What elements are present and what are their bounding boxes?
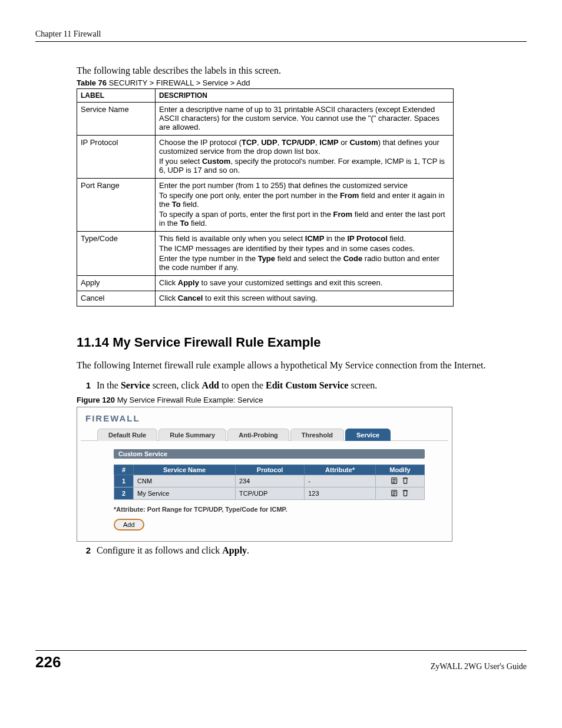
row-num: 2 [114,487,134,499]
row-description: Choose the IP protocol (TCP, UDP, TCP/UD… [156,136,454,179]
figure-title: FIREWALL [81,411,448,428]
step-2-text: Configure it as follows and click Apply. [97,545,509,556]
row-description: Enter a descriptive name of up to 31 pri… [156,103,454,136]
figure-th: # [114,465,134,475]
table-caption-text: SECURITY > FIREWALL > Service > Add [107,78,250,87]
step-2-number: 2 [77,545,91,556]
section-body: The following Internet firewall rule exa… [77,360,509,372]
edit-icon[interactable] [391,489,399,498]
figure-screenshot: FIREWALL Default RuleRule SummaryAnti-Pr… [77,407,452,542]
tab-rule-summary[interactable]: Rule Summary [158,429,226,441]
guide-name: ZyWALL 2WG User's Guide [431,662,527,671]
figure-row: 1CNM234- [114,475,425,487]
description-paragraph: To specify a span of ports, enter the fi… [159,210,449,228]
row-service-name: CNM [134,475,236,487]
description-paragraph: Enter the type number in the Type field … [159,254,449,272]
row-description: This field is available only when you se… [156,232,454,276]
page-number: 226 [35,653,61,671]
figure-note: *Attribute: Port Range for TCP/UDP, Type… [114,506,425,513]
th-description: DESCRIPTION [156,89,454,103]
row-description: Click Cancel to exit this screen without… [156,291,454,307]
description-paragraph: Click Apply to save your customized sett… [159,278,449,287]
table-row: Port RangeEnter the port number (from 1 … [77,179,454,232]
description-paragraph: This field is available only when you se… [159,234,449,243]
row-label: Apply [77,276,156,291]
add-button[interactable]: Add [114,519,144,531]
figure-th: Modify [376,465,425,475]
table-row: CancelClick Cancel to exit this screen w… [77,291,454,307]
row-modify [376,487,425,499]
description-paragraph: Enter the port number (from 1 to 255) th… [159,181,449,190]
figure-caption-prefix: Figure 120 [77,396,115,404]
description-paragraph: The ICMP messages are identified by thei… [159,244,449,253]
row-label: Service Name [77,103,156,136]
row-attribute: 123 [305,487,376,499]
description-table: LABEL DESCRIPTION Service NameEnter a de… [77,88,454,307]
row-protocol: TCP/UDP [236,487,305,499]
row-label: Port Range [77,179,156,232]
description-paragraph: If you select Custom, specify the protoc… [159,157,449,174]
row-label: Cancel [77,291,156,307]
table-row: ApplyClick Apply to save your customized… [77,276,454,291]
row-modify [376,475,425,487]
row-label: Type/Code [77,232,156,276]
tab-threshold[interactable]: Threshold [290,429,344,441]
row-num: 1 [114,475,134,487]
step-1-text: In the Service screen, click Add to open… [97,380,509,391]
table-row: Type/CodeThis field is available only wh… [77,232,454,276]
intro-text: The following table describes the labels… [77,65,509,76]
tab-service[interactable]: Service [345,429,391,441]
figure-row: 2My ServiceTCP/UDP123 [114,487,425,499]
edit-icon[interactable] [391,476,399,486]
trash-icon[interactable] [401,489,409,498]
description-paragraph: Choose the IP protocol (TCP, UDP, TCP/UD… [159,138,449,156]
figure-subsection-bar: Custom Service [114,449,425,459]
figure-table: #Service NameProtocolAttribute*Modify 1C… [114,465,425,500]
figure-caption: Figure 120 My Service Firewall Rule Exam… [77,396,509,404]
row-protocol: 234 [236,475,305,487]
row-description: Click Apply to save your customized sett… [156,276,454,291]
row-attribute: - [305,475,376,487]
description-paragraph: Enter a descriptive name of up to 31 pri… [159,105,449,131]
figure-tabs: Default RuleRule SummaryAnti-ProbingThre… [97,429,448,441]
figure-caption-text: My Service Firewall Rule Example: Servic… [115,396,263,404]
description-paragraph: Click Cancel to exit this screen without… [159,294,449,302]
tab-default-rule[interactable]: Default Rule [97,429,157,441]
figure-th: Protocol [236,465,305,475]
running-header: Chapter 11 Firewall [35,29,527,42]
description-paragraph: To specify one port only, enter the port… [159,191,449,209]
figure-th: Service Name [134,465,236,475]
th-label: LABEL [77,89,156,103]
row-service-name: My Service [134,487,236,499]
table-caption-prefix: Table 76 [77,78,107,87]
tab-anti-probing[interactable]: Anti-Probing [227,429,289,441]
row-label: IP Protocol [77,136,156,179]
table-row: Service NameEnter a descriptive name of … [77,103,454,136]
table-row: IP ProtocolChoose the IP protocol (TCP, … [77,136,454,179]
table-caption: Table 76 SECURITY > FIREWALL > Service >… [77,78,509,87]
figure-th: Attribute* [305,465,376,475]
trash-icon[interactable] [401,476,409,486]
section-heading: 11.14 My Service Firewall Rule Example [77,335,509,350]
step-1-number: 1 [77,380,91,391]
row-description: Enter the port number (from 1 to 255) th… [156,179,454,232]
